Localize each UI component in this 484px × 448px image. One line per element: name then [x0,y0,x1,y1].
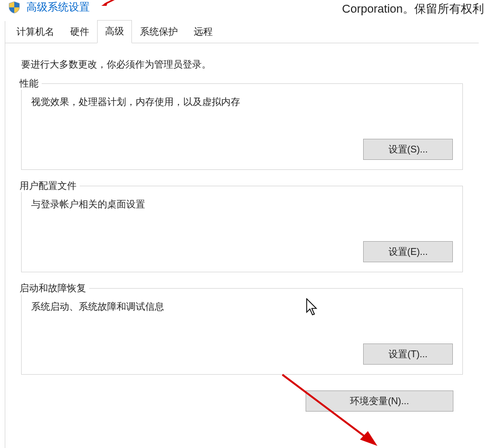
copyright-text: Corporation。保留所有权利 [342,1,484,17]
tab-computer-name[interactable]: 计算机名 [8,21,62,43]
tab-bar: 计算机名 硬件 高级 系统保护 远程 [5,21,479,43]
group-desc-startup-recovery: 系统启动、系统故障和调试信息 [31,300,453,313]
tab-content-advanced: 要进行大多数更改，你必须作为管理员登录。 性能 视觉效果，处理器计划，内存使用，… [5,43,479,412]
settings-startup-recovery-button[interactable]: 设置(T)... [363,344,453,365]
group-desc-user-profiles: 与登录帐户相关的桌面设置 [31,198,453,211]
system-properties-dialog: 计算机名 硬件 高级 系统保护 远程 要进行大多数更改，你必须作为管理员登录。 … [5,21,479,448]
admin-notice: 要进行大多数更改，你必须作为管理员登录。 [21,58,463,71]
group-performance: 性能 视觉效果，处理器计划，内存使用，以及虚拟内存 设置(S)... [21,83,463,170]
group-startup-recovery: 启动和故障恢复 系统启动、系统故障和调试信息 设置(T)... [21,288,463,375]
group-legend: 用户配置文件 [20,179,80,192]
group-legend: 启动和故障恢复 [20,282,89,294]
tab-remote[interactable]: 远程 [186,21,221,43]
settings-performance-button[interactable]: 设置(S)... [363,139,453,160]
svg-marker-1 [101,2,108,6]
annotation-arrow-icon [101,0,120,6]
shield-icon [7,1,21,14]
group-desc-performance: 视觉效果，处理器计划，内存使用，以及虚拟内存 [31,96,453,108]
group-legend: 性能 [20,77,42,90]
svg-marker-3 [360,431,377,446]
group-user-profiles: 用户配置文件 与登录帐户相关的桌面设置 设置(E)... [21,186,463,272]
tab-hardware[interactable]: 硬件 [62,21,97,43]
tab-advanced[interactable]: 高级 [97,20,132,43]
svg-line-0 [105,0,120,4]
tab-system-protection[interactable]: 系统保护 [132,21,186,43]
advanced-system-settings-link[interactable]: 高级系统设置 [26,0,90,14]
environment-variables-button[interactable]: 环境变量(N)... [306,390,453,412]
settings-user-profiles-button[interactable]: 设置(E)... [363,241,453,262]
